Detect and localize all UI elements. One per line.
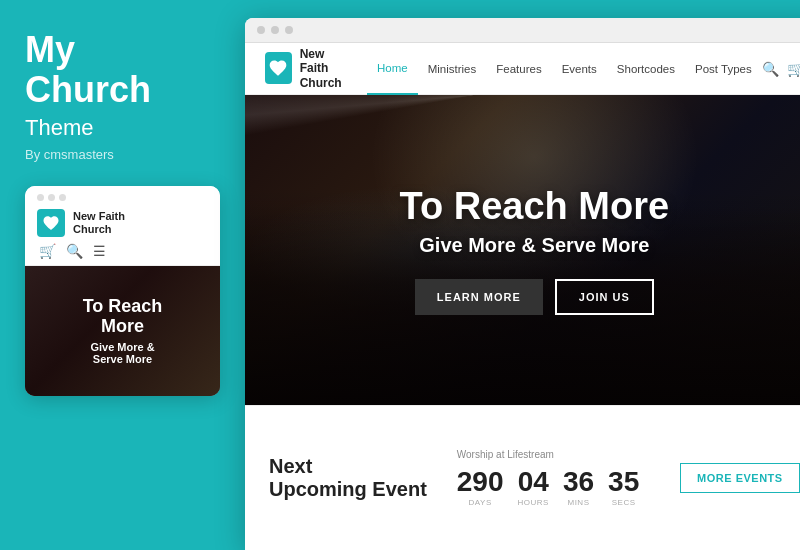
site-logo-icon xyxy=(265,52,292,84)
countdown-section: Worship at Lifestream 290 DAYS 04 HOURS … xyxy=(457,449,680,507)
hero-buttons: LEARN MORE JOIN US xyxy=(415,279,654,315)
mobile-dot-2 xyxy=(48,194,55,201)
countdown-hours: 04 HOURS xyxy=(518,468,549,507)
countdown-mins-num: 36 xyxy=(563,468,594,496)
hero-content: To Reach More Give More & Serve More LEA… xyxy=(245,95,800,405)
mobile-logo-row: New Faith Church xyxy=(37,209,208,237)
browser-dot-yellow xyxy=(271,26,279,34)
mobile-cart-icon: 🛒 xyxy=(39,243,56,259)
next-event: Next Upcoming Event xyxy=(269,455,457,501)
site-logo-text: New Faith Church xyxy=(300,47,347,90)
nav-item-ministries[interactable]: Ministries xyxy=(418,43,487,95)
nav-item-shortcodes[interactable]: Shortcodes xyxy=(607,43,685,95)
nav-item-events[interactable]: Events xyxy=(552,43,607,95)
left-panel: My Church Theme By cmsmasters New Faith … xyxy=(0,0,245,550)
nav-search-icon[interactable]: 🔍 xyxy=(762,61,779,77)
countdown-numbers: 290 DAYS 04 HOURS 36 MINS 35 SECS xyxy=(457,468,680,507)
nav-right: 🔍 🛒 xyxy=(762,61,800,77)
nav-cart-icon[interactable]: 🛒 xyxy=(787,61,800,77)
worship-label: Worship at Lifestream xyxy=(457,449,680,460)
countdown-secs: 35 SECS xyxy=(608,468,639,507)
site-nav: New Faith Church Home Ministries Feature… xyxy=(245,43,800,95)
countdown-hours-num: 04 xyxy=(518,468,549,496)
nav-item-home[interactable]: Home xyxy=(367,43,418,95)
mobile-logo-icon xyxy=(37,209,65,237)
browser-dot-green xyxy=(285,26,293,34)
hero-subtitle: Give More & Serve More xyxy=(419,234,649,257)
site-hero: To Reach More Give More & Serve More LEA… xyxy=(245,95,800,405)
countdown-mins: 36 MINS xyxy=(563,468,594,507)
countdown-secs-unit: SECS xyxy=(612,498,636,507)
mobile-menu-icon: ☰ xyxy=(93,243,106,259)
join-us-button[interactable]: JOIN US xyxy=(555,279,654,315)
mobile-hero-title: To Reach More xyxy=(83,297,163,337)
browser-chrome xyxy=(245,18,800,43)
right-panel: New Faith Church Home Ministries Feature… xyxy=(245,0,800,550)
mobile-header: New Faith Church 🛒 🔍 ☰ xyxy=(25,186,220,266)
mobile-logo-text: New Faith Church xyxy=(73,210,125,236)
theme-title: My Church xyxy=(25,30,220,109)
hero-title: To Reach More xyxy=(400,185,670,228)
mobile-preview: New Faith Church 🛒 🔍 ☰ To Reach More Giv… xyxy=(25,186,220,396)
countdown-days-num: 290 xyxy=(457,468,504,496)
mobile-dot-3 xyxy=(59,194,66,201)
nav-item-post-types[interactable]: Post Types xyxy=(685,43,762,95)
nav-item-features[interactable]: Features xyxy=(486,43,551,95)
next-event-label: Next Upcoming Event xyxy=(269,455,427,501)
countdown-secs-num: 35 xyxy=(608,468,639,496)
site-logo: New Faith Church xyxy=(265,47,347,90)
countdown-mins-unit: MINS xyxy=(567,498,589,507)
browser-window: New Faith Church Home Ministries Feature… xyxy=(245,18,800,550)
site-bottom: Next Upcoming Event Worship at Lifestrea… xyxy=(245,405,800,550)
browser-dot-red xyxy=(257,26,265,34)
mobile-icons-row: 🛒 🔍 ☰ xyxy=(37,243,208,259)
nav-items: Home Ministries Features Events Shortcod… xyxy=(367,43,762,95)
mobile-dot-1 xyxy=(37,194,44,201)
countdown-hours-unit: HOURS xyxy=(518,498,549,507)
theme-author: By cmsmasters xyxy=(25,147,220,162)
mobile-hero-content: To Reach More Give More & Serve More xyxy=(83,297,163,365)
countdown-days-unit: DAYS xyxy=(469,498,492,507)
countdown-days: 290 DAYS xyxy=(457,468,504,507)
more-events-button[interactable]: MORE EVENTS xyxy=(680,463,800,493)
mobile-traffic-lights xyxy=(37,194,208,201)
learn-more-button[interactable]: LEARN MORE xyxy=(415,279,543,315)
mobile-hero-subtitle: Give More & Serve More xyxy=(83,341,163,365)
theme-subtitle: Theme xyxy=(25,115,220,141)
mobile-search-icon: 🔍 xyxy=(66,243,83,259)
mobile-hero: To Reach More Give More & Serve More xyxy=(25,266,220,396)
